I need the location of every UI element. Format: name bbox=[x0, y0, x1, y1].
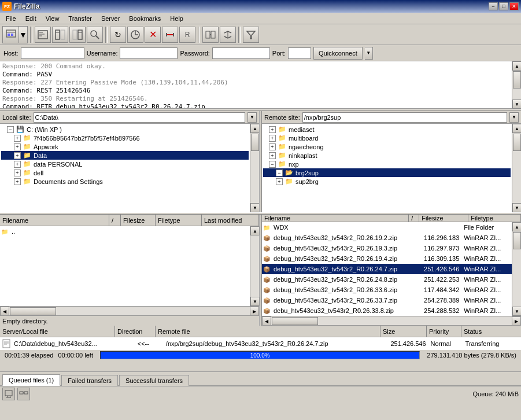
local-tree-item-2[interactable]: + 📁 Data bbox=[1, 151, 249, 160]
transfer-col-local[interactable]: Server/Local file bbox=[0, 326, 115, 337]
transfer-col-priority[interactable]: Priority bbox=[427, 326, 461, 337]
menu-view[interactable]: View bbox=[41, 14, 64, 23]
remote-col-filename[interactable]: Filename bbox=[262, 215, 409, 222]
menu-file[interactable]: File bbox=[1, 14, 21, 23]
port-input[interactable] bbox=[288, 47, 311, 59]
remote-tree-item-2[interactable]: + 📁 ngaecheong bbox=[263, 142, 511, 151]
remote-col-filesize[interactable]: Filesize bbox=[419, 215, 468, 222]
local-col-filesize[interactable]: Filesize bbox=[121, 215, 156, 226]
remote-tree-scroll-down[interactable]: ▼ bbox=[512, 203, 521, 212]
remote-list-scroll-up[interactable]: ▲ bbox=[512, 222, 521, 231]
remote-file-row-7[interactable]: 📦 debug_htv543eu32_tv543r2_R0.26.33.7.zi… bbox=[262, 295, 512, 305]
toggle-remote-pane[interactable] bbox=[69, 27, 86, 43]
remote-file-row-4[interactable]: 📦 debug_htv543eu32_tv543r2_R0.26.24.7.zi… bbox=[262, 264, 512, 274]
tab-successful[interactable]: Successful transfers bbox=[119, 375, 189, 386]
local-tree-scroll-down[interactable]: ▼ bbox=[250, 203, 259, 212]
remote-site-dropdown[interactable]: ▼ bbox=[509, 112, 519, 123]
remote-tree-scroll-up[interactable]: ▲ bbox=[512, 124, 521, 133]
local-filelist-scrollbar[interactable]: ▲ ▼ bbox=[250, 226, 259, 306]
site-manager-arrow[interactable]: ▼ bbox=[19, 27, 27, 43]
remote-col-filetype[interactable]: Filetype bbox=[468, 215, 521, 222]
remote-h-scroll-right[interactable]: ▶ bbox=[512, 316, 521, 326]
remote-tree-item-6[interactable]: + 📁 sup2brg bbox=[263, 177, 511, 186]
compare-button[interactable] bbox=[202, 27, 219, 43]
remote-file-row-8[interactable]: 📦 debu_htv543eu32_tv543r2_R0.26.33.8.zip… bbox=[262, 305, 512, 316]
local-tree-item-3[interactable]: + 📁 data PERSONAL bbox=[1, 160, 249, 168]
quickconnect-button[interactable]: Quickconnect bbox=[313, 47, 363, 60]
remote-tree-scrollbar[interactable]: ▲ ▼ bbox=[512, 124, 521, 212]
log-scrollbar[interactable]: ▲ ▼ bbox=[512, 61, 521, 109]
local-h-scroll-right[interactable]: ▶ bbox=[250, 307, 259, 316]
transfer-col-direction[interactable]: Direction bbox=[115, 326, 156, 337]
menu-help[interactable]: Help bbox=[165, 14, 188, 23]
tab-queued[interactable]: Queued files (1) bbox=[2, 374, 60, 386]
sync-browse-button[interactable] bbox=[220, 27, 236, 43]
search-button[interactable] bbox=[87, 27, 103, 43]
remote-h-scroll-thumb[interactable] bbox=[272, 317, 318, 325]
remote-file-row-1[interactable]: 📦 debug_htv543eu32_tv543r2_R0.26.19.2.zi… bbox=[262, 233, 512, 243]
processing-button[interactable] bbox=[127, 27, 143, 43]
remote-list-scroll-down[interactable]: ▼ bbox=[512, 307, 521, 316]
local-h-scroll-track[interactable] bbox=[9, 307, 250, 315]
local-tree-scroll-up[interactable]: ▲ bbox=[250, 124, 259, 133]
remote-h-scroll-left[interactable]: ◀ bbox=[262, 316, 271, 326]
host-input[interactable] bbox=[21, 47, 84, 59]
username-input[interactable] bbox=[120, 47, 178, 59]
transfer-col-status[interactable]: Status bbox=[461, 326, 521, 337]
log-scroll-up[interactable]: ▲ bbox=[512, 61, 521, 71]
remote-col-sep[interactable]: / bbox=[409, 215, 419, 222]
remote-tree-item-4[interactable]: − 📁 nxp bbox=[263, 160, 511, 168]
remote-list-scroll-track[interactable] bbox=[512, 231, 521, 307]
remote-file-row-0[interactable]: 📁 WDX File Folder bbox=[262, 222, 512, 233]
reconnect-button[interactable]: R bbox=[179, 27, 195, 43]
toggle-message-log[interactable] bbox=[35, 27, 51, 43]
remote-tree-scroll-track[interactable] bbox=[512, 133, 521, 203]
remote-tree-item-5[interactable]: − 📂 brg2sup bbox=[263, 168, 511, 177]
remote-list-scroll-thumb[interactable] bbox=[513, 232, 521, 249]
menu-bookmarks[interactable]: Bookmarks bbox=[124, 14, 165, 23]
remote-file-row-2[interactable]: 📦 debug_htv543eu32_tv543r2_R0.26.19.3.zi… bbox=[262, 243, 512, 253]
local-h-scroll-left[interactable]: ◀ bbox=[0, 307, 9, 316]
local-file-row-parent[interactable]: 📁 .. bbox=[0, 226, 250, 237]
local-col-filetype[interactable]: Filetype bbox=[156, 215, 202, 226]
refresh-button[interactable]: ↻ bbox=[110, 27, 126, 43]
menu-transfer[interactable]: Transfer bbox=[64, 14, 97, 23]
local-list-scroll-up[interactable]: ▲ bbox=[250, 226, 260, 235]
local-tree-item-drive[interactable]: − 💾 C: (Win XP ) bbox=[1, 125, 249, 134]
tab-failed[interactable]: Failed transfers bbox=[61, 375, 118, 386]
remote-filelist-scrollbar[interactable]: ▲ ▼ bbox=[512, 222, 521, 316]
local-col-modified[interactable]: Last modified bbox=[202, 215, 259, 226]
local-site-dropdown[interactable]: ▼ bbox=[247, 112, 257, 123]
remote-tree-item-3[interactable]: + 📁 ninkaplast bbox=[263, 151, 511, 160]
local-list-scroll-down[interactable]: ▼ bbox=[250, 297, 260, 306]
remote-tree-scroll-thumb[interactable] bbox=[513, 134, 521, 151]
site-manager-button[interactable] bbox=[3, 27, 19, 43]
local-tree-item-1[interactable]: + 📁 Appwork bbox=[1, 142, 249, 151]
log-scroll-thumb[interactable] bbox=[513, 71, 521, 89]
local-tree-scroll-track[interactable] bbox=[250, 133, 259, 203]
cancel-button[interactable]: ✕ bbox=[145, 27, 161, 43]
toggle-local-pane[interactable] bbox=[52, 27, 68, 43]
remote-tree-item-0[interactable]: + 📁 mediaset bbox=[263, 125, 511, 134]
menu-server[interactable]: Server bbox=[97, 14, 124, 23]
remote-site-path[interactable] bbox=[302, 112, 507, 123]
local-tree-item-5[interactable]: + 📁 Documents and Settings bbox=[1, 177, 249, 186]
local-col-filename[interactable]: Filename bbox=[0, 215, 109, 226]
transfer-col-remote[interactable]: Remote file bbox=[156, 326, 380, 337]
local-h-scroll-thumb[interactable] bbox=[10, 307, 56, 315]
local-tree-item-0[interactable]: + 📁 7f4b56b95647bb2f7b5f57ef4b897566 bbox=[1, 134, 249, 142]
minimize-button[interactable]: − bbox=[489, 2, 498, 10]
transfer-col-size[interactable]: Size bbox=[380, 326, 427, 337]
local-list-scroll-track[interactable] bbox=[250, 235, 259, 297]
remote-file-row-5[interactable]: 📦 debug_htv543eu32_tv543r2_R0.26.24.8.zi… bbox=[262, 274, 512, 285]
log-scroll-down[interactable]: ▼ bbox=[512, 100, 521, 109]
local-tree-scroll-thumb[interactable] bbox=[251, 134, 259, 151]
password-input[interactable] bbox=[212, 47, 270, 59]
local-h-scrollbar[interactable]: ◀ ▶ bbox=[0, 306, 259, 315]
local-col-sep[interactable]: / bbox=[109, 215, 121, 226]
local-tree-scrollbar[interactable]: ▲ ▼ bbox=[250, 124, 259, 212]
close-button[interactable]: ✕ bbox=[509, 2, 519, 10]
local-tree-item-4[interactable]: + 📁 dell bbox=[1, 168, 249, 177]
local-site-path[interactable] bbox=[34, 112, 245, 123]
remote-h-scroll-track[interactable] bbox=[271, 316, 512, 325]
